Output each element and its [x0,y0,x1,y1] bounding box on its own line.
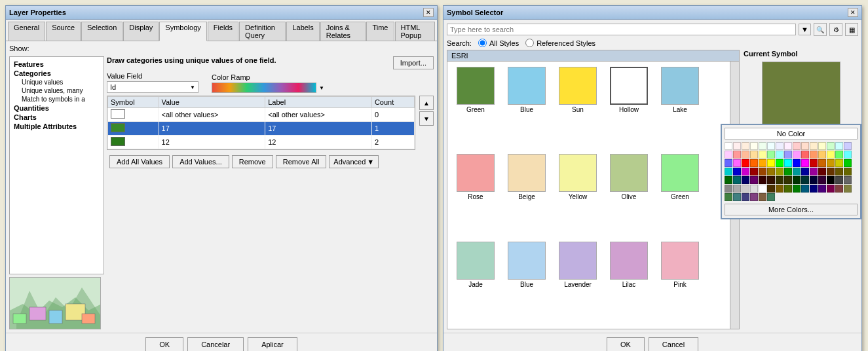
color-cell[interactable] [750,185,758,193]
col-symbol[interactable]: Symbol [108,97,159,108]
color-cell[interactable] [784,185,792,193]
color-cell[interactable] [827,142,835,150]
color-cell[interactable] [733,168,741,176]
color-cell[interactable] [801,185,809,193]
symbol-item-yellow[interactable]: Yellow [555,154,601,236]
color-cell[interactable] [844,168,852,176]
remove-all-button[interactable]: Remove All [276,155,327,168]
color-cell[interactable] [725,142,732,150]
color-cell[interactable] [742,142,749,150]
color-cell[interactable] [835,185,843,193]
color-cell[interactable] [801,142,809,150]
color-cell[interactable] [759,168,766,176]
all-styles-option[interactable]: All Styles [478,39,519,47]
more-colors-button[interactable]: More Colors... [725,204,858,215]
sidebar-item-match-to-symbols-in-a[interactable]: Match to symbols in a [12,95,101,103]
search-dropdown-arrow[interactable]: ▼ [799,24,811,35]
color-cell[interactable] [750,168,758,176]
color-cell[interactable] [742,151,749,158]
cancelar-button[interactable]: Cancelar [187,337,244,351]
color-cell[interactable] [750,176,758,184]
color-cell[interactable] [810,159,818,167]
tab-joins---relates[interactable]: Joins & Relates [320,22,366,41]
sidebar-item-quantities[interactable]: Quantities [12,103,101,113]
col-label[interactable]: Label [265,97,372,108]
color-cell[interactable] [818,185,826,193]
color-cell[interactable] [835,142,843,150]
tab-general[interactable]: General [8,22,45,41]
color-cell[interactable] [767,142,775,150]
tab-symbology[interactable]: Symbology [159,22,206,41]
color-ramp[interactable] [212,83,316,93]
symbol-item-pink[interactable]: Pink [657,242,703,323]
table-row[interactable]: 17171 [108,122,415,136]
color-cell[interactable] [801,151,809,158]
color-cell[interactable] [801,168,809,176]
remove-button[interactable]: Remove [232,155,273,168]
color-cell[interactable] [759,159,766,167]
color-cell[interactable] [750,193,758,201]
color-cell[interactable] [844,159,852,167]
col-value[interactable]: Value [159,97,265,108]
sidebar-item-categories[interactable]: Categories [12,69,101,78]
color-cell[interactable] [776,168,783,176]
color-cell[interactable] [733,151,741,158]
color-cell[interactable] [767,185,775,193]
tab-labels[interactable]: Labels [286,22,319,41]
color-cell[interactable] [767,168,775,176]
color-cell[interactable] [776,185,783,193]
color-cell[interactable] [725,168,732,176]
sidebar-item-charts[interactable]: Charts [12,113,101,122]
color-cell[interactable] [733,193,741,201]
add-values----button[interactable]: Add Values... [172,155,229,168]
color-cell[interactable] [835,159,843,167]
color-cell[interactable] [725,193,732,201]
add-all-values-button[interactable]: Add All Values [109,155,170,168]
color-cell[interactable] [767,159,775,167]
color-cell[interactable] [776,176,783,184]
color-cell[interactable] [844,176,852,184]
symbol-item-lavender[interactable]: Lavender [555,242,601,323]
color-cell[interactable] [750,142,758,150]
color-cell[interactable] [810,185,818,193]
search-icon-btn[interactable]: 🔍 [814,23,827,36]
symbol-item-green[interactable]: Green [657,154,703,236]
color-cell[interactable] [810,176,818,184]
color-cell[interactable] [827,159,835,167]
color-cell[interactable] [827,185,835,193]
color-cell[interactable] [801,159,809,167]
ss-cancel-button[interactable]: Cancel [649,337,698,351]
color-cell[interactable] [767,176,775,184]
sidebar-item-unique-values--many[interactable]: Unique values, many [12,86,101,95]
color-cell[interactable] [725,176,732,184]
symbol-item-blue[interactable]: Blue [504,67,550,149]
color-cell[interactable] [818,142,826,150]
tab-html-popup[interactable]: HTML Popup [395,22,436,41]
color-cell[interactable] [776,142,783,150]
color-cell[interactable] [844,142,852,150]
color-cell[interactable] [725,159,732,167]
color-cell[interactable] [759,185,766,193]
color-cell[interactable] [793,159,801,167]
tab-fields[interactable]: Fields [208,22,238,41]
tab-selection[interactable]: Selection [81,22,123,41]
color-cell[interactable] [835,168,843,176]
color-cell[interactable] [742,176,749,184]
symbol-item-jade[interactable]: Jade [453,242,499,323]
color-cell[interactable] [733,185,741,193]
table-row[interactable]: <all other values><all other values>0 [108,108,415,122]
symbol-item-sun[interactable]: Sun [555,67,601,149]
color-cell[interactable] [810,151,818,158]
ref-styles-option[interactable]: Referenced Styles [525,39,595,47]
symbol-item-hollow[interactable]: Hollow [606,67,652,149]
color-cell[interactable] [759,176,766,184]
color-cell[interactable] [776,159,783,167]
color-cell[interactable] [742,193,749,201]
search-input[interactable] [447,24,796,35]
view-options-btn[interactable]: ▦ [845,23,858,36]
symbol-item-lake[interactable]: Lake [657,67,703,149]
color-cell[interactable] [767,193,775,201]
color-cell[interactable] [793,168,801,176]
color-cell[interactable] [810,142,818,150]
color-cell[interactable] [827,151,835,158]
